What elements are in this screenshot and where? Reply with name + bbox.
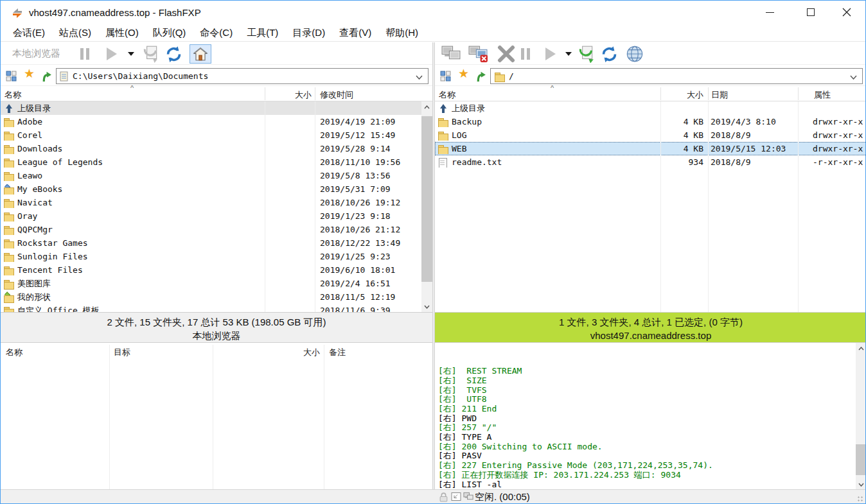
file-icon <box>3 306 14 313</box>
local-browser-label: 本地浏览器 <box>12 48 60 60</box>
column-header-date[interactable]: 日期 <box>711 89 728 101</box>
pause-button[interactable] <box>521 44 530 64</box>
menu-item[interactable]: 站点(S) <box>52 27 98 39</box>
file-name: LOG <box>452 130 466 140</box>
menu-item[interactable]: 命令(C) <box>193 27 240 39</box>
column-header-size[interactable]: 大小 <box>265 89 312 101</box>
close-button[interactable] <box>836 1 858 24</box>
status-text: 空闲. (00:05) <box>475 491 530 503</box>
local-status-title: 本地浏览器 <box>1 329 432 342</box>
queue-column-size[interactable]: 大小 <box>217 347 320 358</box>
queue-column-note[interactable]: 备注 <box>329 347 346 358</box>
menu-item[interactable]: 帮助(H) <box>378 27 425 39</box>
site-browser-button[interactable] <box>626 44 644 64</box>
file-row[interactable]: QQPCMgr 2018/10/26 21:12 <box>1 223 421 236</box>
menu-item[interactable]: 队列(Q) <box>146 27 193 39</box>
local-path-combobox[interactable]: C:\Users\Daixiang\Documents <box>56 68 429 84</box>
up-directory-button[interactable] <box>475 69 486 83</box>
refresh-button[interactable] <box>165 44 182 64</box>
file-row[interactable]: Adobe 2019/4/19 21:09 <box>1 115 421 128</box>
file-row[interactable]: Corel 2019/5/12 15:49 <box>1 128 421 142</box>
file-row[interactable]: WEB 4 KB 2019/5/15 12:03 drwxr-xr-x <box>435 142 866 155</box>
pause-button[interactable] <box>80 44 89 64</box>
file-row[interactable]: Tencent Files 2019/6/10 18:01 <box>1 263 421 277</box>
file-row[interactable]: 上级目录 <box>1 101 421 115</box>
scroll-up-button[interactable] <box>421 101 432 112</box>
menu-item[interactable]: 属性(O) <box>98 27 146 39</box>
refresh-button[interactable] <box>601 44 618 64</box>
file-icon <box>3 171 14 181</box>
sort-asc-icon: ^ <box>551 84 554 92</box>
column-header-name[interactable]: 名称 <box>4 89 21 101</box>
scroll-down-button[interactable] <box>856 479 866 489</box>
connection-monitors-icon[interactable] <box>463 492 474 503</box>
transfer-button[interactable] <box>576 44 596 64</box>
resize-grip[interactable] <box>857 496 863 502</box>
combo-chevron-icon[interactable] <box>416 71 423 82</box>
file-row[interactable]: Navicat 2018/10/26 19:12 <box>1 196 421 209</box>
favorites-button[interactable]: ★ <box>24 66 35 80</box>
start-transfer-button[interactable] <box>107 44 117 64</box>
column-header-size[interactable]: 大小 <box>661 89 703 101</box>
file-row[interactable]: Oray 2019/1/23 9:18 <box>1 209 421 223</box>
column-header-name[interactable]: 名称 <box>439 89 455 101</box>
favorites-button[interactable]: ★ <box>458 66 469 80</box>
chevron-down-icon <box>424 305 430 309</box>
column-header-date[interactable]: 修改时间 <box>320 89 353 101</box>
queue-column-name[interactable]: 名称 <box>6 347 22 358</box>
scroll-down-button[interactable] <box>421 301 432 312</box>
file-row[interactable]: League of Legends 2018/11/10 19:56 <box>1 155 421 169</box>
compare-panes-button[interactable] <box>6 69 17 83</box>
menu-item[interactable]: 会话(E) <box>6 27 52 39</box>
local-file-list: 上级目录 Adobe 2019/4/19 21:09 Corel 2019/5/… <box>1 101 421 312</box>
maximize-button[interactable] <box>800 1 822 24</box>
file-row[interactable]: 我的形状 2018/11/5 12:19 <box>1 290 421 304</box>
home-button[interactable] <box>190 44 211 64</box>
file-name: Sunlogin Files <box>17 252 88 261</box>
connect-button[interactable] <box>441 44 461 64</box>
file-row[interactable]: 自定义 Office 模板 2018/11/6 9:39 <box>1 304 421 312</box>
start-dropdown-button[interactable] <box>128 44 134 64</box>
minimize-button[interactable] <box>759 1 781 24</box>
remote-path-combobox[interactable]: / <box>490 68 863 84</box>
combo-chevron-icon[interactable] <box>850 71 857 82</box>
menu-item[interactable]: 工具(T) <box>240 27 285 39</box>
start-dropdown-button[interactable] <box>565 44 572 64</box>
abort-button[interactable] <box>497 44 516 64</box>
up-arrow-icon <box>41 70 52 82</box>
scroll-up-button[interactable] <box>856 343 866 354</box>
file-row[interactable]: Sunlogin Files 2019/1/25 9:23 <box>1 250 421 263</box>
file-row[interactable]: Rockstar Games 2018/12/22 13:49 <box>1 236 421 250</box>
scrollbar-thumb[interactable] <box>856 444 866 475</box>
file-row[interactable]: My eBooks 2019/5/31 7:09 <box>1 182 421 196</box>
file-name: QQPCMgr <box>17 225 53 234</box>
file-name: 上级目录 <box>452 103 485 114</box>
file-row[interactable]: readme.txt 934 2018/8/9 -r-xr-xr-x <box>435 155 866 169</box>
scrollbar-thumb[interactable] <box>421 116 432 282</box>
refresh-icon <box>601 46 618 63</box>
file-row[interactable]: Downloads 2019/5/28 9:14 <box>1 142 421 155</box>
panel-toggle-icon[interactable] <box>451 492 461 503</box>
close-icon <box>842 8 851 17</box>
file-row[interactable]: 上级目录 <box>435 101 866 115</box>
play-icon <box>545 48 556 60</box>
file-row[interactable]: LOG 4 KB 2018/8/9 drwxr-xr-x <box>435 128 866 142</box>
column-header-attr[interactable]: 属性 <box>814 89 831 101</box>
file-row[interactable]: Backup 4 KB 2019/4/3 8:10 drwxr-xr-x <box>435 115 866 128</box>
file-date: 2018/11/10 19:56 <box>315 157 418 167</box>
file-row[interactable]: 美图图库 2019/2/4 16:51 <box>1 277 421 290</box>
log-scrollbar[interactable] <box>856 343 866 489</box>
file-date: 2019/2/4 16:51 <box>315 279 418 288</box>
start-transfer-button[interactable] <box>545 44 556 64</box>
menu-item[interactable]: 目录(D) <box>285 27 332 39</box>
queue-column-target[interactable]: 目标 <box>114 347 130 358</box>
compare-panes-button[interactable] <box>440 69 451 83</box>
queue-transfer-button[interactable] <box>141 44 160 64</box>
disconnect-button[interactable] <box>468 44 488 64</box>
file-row[interactable]: Leawo 2019/5/8 13:56 <box>1 169 421 182</box>
file-name: Downloads <box>17 144 62 153</box>
menu-item[interactable]: 查看(V) <box>332 27 378 39</box>
local-list-scrollbar[interactable] <box>421 101 432 312</box>
up-directory-button[interactable] <box>41 69 52 83</box>
transfer-icon <box>576 45 596 63</box>
